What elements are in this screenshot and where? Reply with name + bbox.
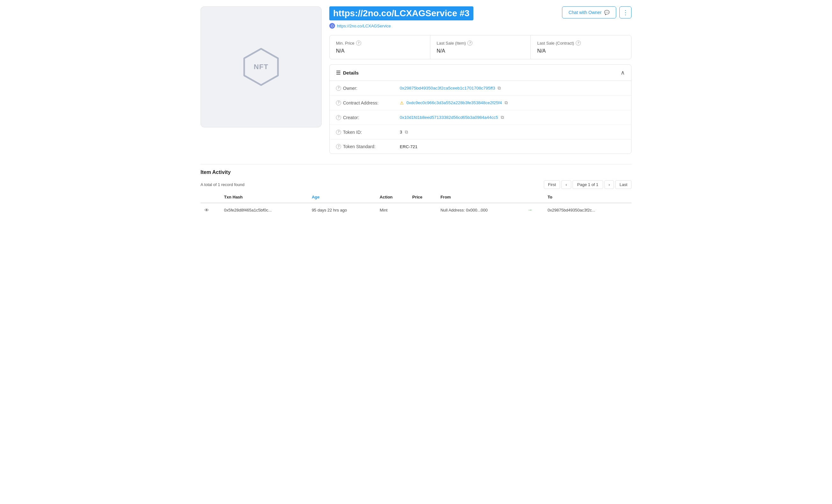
- details-header-left: ☰ Details: [336, 70, 359, 76]
- contract-help-icon[interactable]: ?: [336, 100, 341, 106]
- activity-table: Txn Hash Age Action Price From To 👁 0x5f…: [201, 192, 631, 217]
- td-eye: 👁: [201, 203, 220, 217]
- token-standard-value: ERC-721: [400, 144, 418, 149]
- th-action: Action: [376, 192, 408, 203]
- last-sale-contract-value: N/A: [537, 48, 625, 54]
- nft-title-row: https://2no.co/LCXAGService #3 Chat with…: [329, 6, 631, 20]
- table-header: Txn Hash Age Action Price From To: [201, 192, 631, 203]
- nft-actions: Chat with Owner 💬 ⋮: [562, 6, 631, 19]
- details-title: Details: [343, 70, 359, 76]
- details-collapse-icon[interactable]: ∧: [621, 69, 625, 76]
- nft-title: https://2no.co/LCXAGService #3: [329, 6, 473, 20]
- token-standard-help-icon[interactable]: ?: [336, 144, 341, 149]
- last-sale-item-help-icon[interactable]: ?: [467, 40, 472, 46]
- token-standard-label: ? Token Standard:: [336, 144, 400, 149]
- min-price-help-icon[interactable]: ?: [356, 40, 361, 46]
- details-header: ☰ Details ∧: [330, 65, 631, 81]
- min-price-item: Min. Price ? N/A: [330, 35, 430, 59]
- td-age: 95 days 22 hrs ago: [308, 203, 376, 217]
- activity-toolbar: A total of 1 record found First ‹ Page 1…: [201, 180, 631, 189]
- token-id-copy-icon[interactable]: ⧉: [405, 129, 408, 135]
- transfer-arrow-icon: →: [527, 207, 532, 213]
- more-icon: ⋮: [622, 8, 629, 16]
- creator-value: 0x10d1fd1b8eed57133382d56cd65b3a0984a44c…: [400, 115, 504, 120]
- main-container: NFT https://2no.co/LCXAGService #3 Chat …: [193, 0, 639, 223]
- detail-row-contract: ? Contract Address: ⚠ 0xdc9ec0c966c3d3a5…: [330, 95, 631, 110]
- detail-row-owner: ? Owner: 0x29875bd49350ac3f2ca5ceeb1c170…: [330, 81, 631, 95]
- token-id-help-icon[interactable]: ?: [336, 130, 341, 135]
- detail-row-token-id: ? Token ID: 3 ⧉: [330, 125, 631, 140]
- table-body: 👁 0x5fe28d8f465a1c5bf0c... 95 days 22 hr…: [201, 203, 631, 217]
- detail-row-token-standard: ? Token Standard: ERC-721: [330, 140, 631, 153]
- chat-owner-label: Chat with Owner: [569, 10, 601, 15]
- activity-title: Item Activity: [201, 169, 631, 175]
- nft-link-row: ⬡ https://2no.co/LCXAGService: [329, 23, 631, 29]
- creator-label: ? Creator:: [336, 115, 400, 120]
- last-sale-item-item: Last Sale (Item) ? N/A: [430, 35, 531, 59]
- th-empty: [201, 192, 220, 203]
- chat-owner-button[interactable]: Chat with Owner 💬: [562, 6, 616, 19]
- th-to: To: [544, 192, 631, 203]
- td-price: [408, 203, 436, 217]
- activity-section: Item Activity A total of 1 record found …: [201, 169, 631, 217]
- last-sale-contract-item: Last Sale (Contract) ? N/A: [531, 35, 631, 59]
- td-from[interactable]: Null Address: 0x000...000: [437, 203, 524, 217]
- contract-copy-icon[interactable]: ⧉: [504, 100, 508, 106]
- chat-icon: 💬: [604, 10, 609, 15]
- nft-hexagon-container: NFT: [240, 46, 282, 88]
- nft-info: https://2no.co/LCXAGService #3 Chat with…: [329, 6, 631, 154]
- detail-row-creator: ? Creator: 0x10d1fd1b8eed57133382d56cd65…: [330, 110, 631, 125]
- td-to[interactable]: 0x29875bd49350ac3f2c...: [544, 203, 631, 217]
- nft-image-card: NFT: [201, 6, 322, 128]
- top-section: NFT https://2no.co/LCXAGService #3 Chat …: [201, 6, 631, 154]
- nft-label: NFT: [254, 63, 268, 71]
- record-count: A total of 1 record found: [201, 182, 244, 187]
- last-sale-contract-help-icon[interactable]: ?: [576, 40, 581, 46]
- details-list-icon: ☰: [336, 70, 340, 76]
- page-info: Page 1 of 1: [573, 180, 603, 189]
- nft-placeholder: NFT: [240, 46, 282, 88]
- th-txn-hash: Txn Hash: [220, 192, 308, 203]
- section-divider: [201, 164, 631, 164]
- first-page-button[interactable]: First: [544, 180, 560, 189]
- last-page-button[interactable]: Last: [615, 180, 631, 189]
- last-sale-contract-label: Last Sale (Contract) ?: [537, 40, 625, 46]
- contract-address-value: ⚠ 0xdc9ec0c966c3d3a552a228b3fe353848ce2f…: [400, 100, 508, 106]
- table-row: 👁 0x5fe28d8f465a1c5bf0c... 95 days 22 hr…: [201, 203, 631, 217]
- th-price: Price: [408, 192, 436, 203]
- eth-icon: ⬡: [329, 23, 335, 29]
- td-arrow: →: [523, 203, 544, 217]
- owner-value: 0x29875bd49350ac3f2ca5ceeb1c1701708c795f…: [400, 85, 501, 91]
- contract-warning-icon: ⚠: [400, 100, 404, 106]
- details-section: ☰ Details ∧ ? Owner: 0x29875bd49350ac3f2…: [329, 64, 631, 154]
- pagination: First ‹ Page 1 of 1 › Last: [544, 180, 631, 189]
- owner-help-icon[interactable]: ?: [336, 86, 341, 91]
- owner-label: ? Owner:: [336, 86, 400, 91]
- th-age: Age: [308, 192, 376, 203]
- last-sale-item-value: N/A: [437, 48, 524, 54]
- creator-help-icon[interactable]: ?: [336, 115, 341, 120]
- owner-copy-icon[interactable]: ⧉: [498, 85, 501, 91]
- min-price-value: N/A: [336, 48, 424, 54]
- table-header-row: Txn Hash Age Action Price From To: [201, 192, 631, 203]
- td-txn-hash[interactable]: 0x5fe28d8f465a1c5bf0c...: [220, 203, 308, 217]
- last-sale-item-label: Last Sale (Item) ?: [437, 40, 524, 46]
- contract-address-label: ? Contract Address:: [336, 100, 400, 106]
- th-from: From: [437, 192, 524, 203]
- more-options-button[interactable]: ⋮: [619, 6, 631, 19]
- prev-page-button[interactable]: ‹: [561, 180, 571, 189]
- th-arrow: [523, 192, 544, 203]
- nft-subtitle-link[interactable]: https://2no.co/LCXAGService: [337, 24, 391, 28]
- creator-copy-icon[interactable]: ⧉: [501, 115, 504, 120]
- eye-icon[interactable]: 👁: [204, 207, 209, 213]
- token-id-label: ? Token ID:: [336, 130, 400, 135]
- token-id-value: 3 ⧉: [400, 129, 408, 135]
- next-page-button[interactable]: ›: [604, 180, 614, 189]
- min-price-label: Min. Price ?: [336, 40, 424, 46]
- price-section: Min. Price ? N/A Last Sale (Item) ? N/A …: [329, 35, 631, 59]
- td-action: Mint: [376, 203, 408, 217]
